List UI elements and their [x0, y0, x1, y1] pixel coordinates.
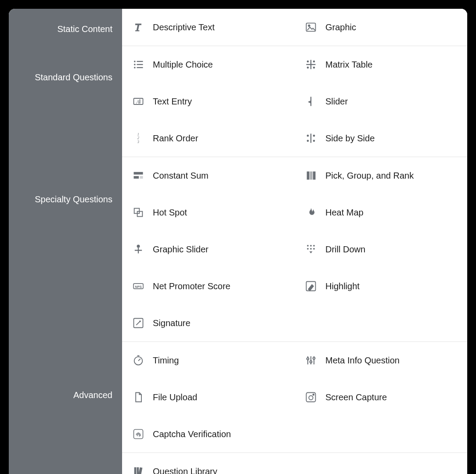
- option-text-entry[interactable]: A Text Entry: [122, 83, 295, 120]
- option-screen-capture[interactable]: Screen Capture: [295, 379, 467, 416]
- option-label: Pick, Group, and Rank: [325, 171, 414, 181]
- svg-point-50: [313, 357, 315, 359]
- option-graphic[interactable]: Graphic: [295, 9, 467, 46]
- option-heat-map[interactable]: Heat Map: [295, 194, 467, 231]
- option-label: Timing: [153, 356, 179, 366]
- option-grid: Descriptive Text Graphic Multiple Choice: [122, 9, 467, 474]
- section-static-content: Descriptive Text Graphic: [122, 9, 467, 46]
- image-icon: [304, 21, 317, 34]
- option-graphic-slider[interactable]: Graphic Slider: [122, 231, 295, 268]
- option-timing[interactable]: Timing: [122, 342, 295, 379]
- option-matrix-table[interactable]: Matrix Table: [295, 46, 467, 83]
- option-question-library[interactable]: Question Library: [122, 453, 295, 474]
- option-label: Hot Spot: [153, 208, 187, 218]
- svg-point-37: [307, 245, 309, 247]
- svg-rect-32: [134, 208, 140, 214]
- svg-rect-27: [134, 176, 139, 179]
- list-icon: [132, 58, 145, 71]
- section-replace-from-library: Question Library: [122, 453, 467, 474]
- option-file-upload[interactable]: File Upload: [122, 379, 295, 416]
- camera-icon: [304, 391, 317, 404]
- svg-point-3: [134, 64, 136, 65]
- svg-point-1: [308, 25, 310, 27]
- flame-icon: [304, 206, 317, 219]
- svg-rect-6: [137, 64, 143, 65]
- option-label: Highlight: [325, 281, 360, 291]
- svg-rect-13: [307, 64, 316, 65]
- svg-point-21: [307, 135, 309, 137]
- category-advanced: Advanced: [9, 378, 122, 474]
- svg-point-42: [313, 248, 315, 250]
- option-signature[interactable]: Signature: [122, 305, 295, 341]
- option-label: Graphic Slider: [153, 244, 209, 255]
- category-standard-questions: Standard Questions: [9, 61, 122, 183]
- svg-text:A: A: [136, 99, 140, 105]
- option-rank-order[interactable]: 123 Rank Order: [122, 120, 295, 157]
- option-label: Multiple Choice: [153, 60, 213, 70]
- svg-point-11: [313, 67, 315, 69]
- option-label: Captcha Verification: [153, 429, 231, 439]
- text-entry-icon: A: [132, 95, 145, 108]
- fingerprint-icon: [132, 427, 145, 441]
- option-captcha[interactable]: Captcha Verification: [122, 416, 295, 452]
- option-pick-group-rank[interactable]: Pick, Group, and Rank: [295, 157, 467, 194]
- svg-rect-29: [307, 172, 310, 180]
- svg-point-48: [307, 358, 309, 360]
- option-label: File Upload: [153, 392, 197, 402]
- option-label: Slider: [325, 97, 348, 107]
- svg-point-52: [309, 396, 313, 400]
- svg-point-8: [307, 61, 309, 63]
- option-label: Screen Capture: [325, 392, 387, 402]
- section-specialty-questions: Constant Sum Pick, Group, and Rank Hot S…: [122, 157, 467, 342]
- option-label: Drill Down: [325, 244, 365, 255]
- svg-rect-31: [313, 172, 316, 180]
- category-sidebar: Static Content Standard Questions Specia…: [9, 9, 122, 474]
- hot-spot-icon: [132, 206, 145, 219]
- sliders-icon: [304, 354, 317, 367]
- matrix-icon: [304, 58, 317, 71]
- svg-rect-55: [134, 467, 137, 474]
- svg-rect-5: [137, 61, 143, 62]
- nps-icon: NPS: [132, 280, 145, 293]
- library-icon: [132, 465, 145, 474]
- descriptive-text-icon: [132, 21, 145, 34]
- option-side-by-side[interactable]: Side by Side: [295, 120, 467, 157]
- svg-point-2: [134, 61, 136, 62]
- svg-text:NPS: NPS: [135, 285, 142, 289]
- option-drill-down[interactable]: Drill Down: [295, 231, 467, 268]
- svg-rect-7: [137, 67, 143, 68]
- svg-point-38: [310, 245, 312, 247]
- svg-point-24: [313, 135, 315, 137]
- option-nps[interactable]: NPS Net Promoter Score: [122, 268, 295, 305]
- option-descriptive-text[interactable]: Descriptive Text: [122, 9, 295, 46]
- svg-rect-36: [135, 250, 142, 251]
- category-static-content: Static Content: [9, 12, 122, 61]
- option-slider[interactable]: Slider: [295, 83, 467, 120]
- svg-text:3: 3: [137, 140, 139, 144]
- option-multiple-choice[interactable]: Multiple Choice: [122, 46, 295, 83]
- svg-point-4: [134, 67, 136, 68]
- svg-point-9: [313, 61, 315, 63]
- option-meta-info[interactable]: Meta Info Question: [295, 342, 467, 379]
- drill-down-icon: [304, 243, 317, 256]
- file-icon: [132, 391, 145, 404]
- option-hot-spot[interactable]: Hot Spot: [122, 194, 295, 231]
- option-label: Constant Sum: [153, 171, 209, 181]
- option-highlight[interactable]: Highlight: [295, 268, 467, 305]
- option-label: Descriptive Text: [153, 22, 215, 32]
- columns-icon: [304, 169, 317, 182]
- constant-sum-icon: [132, 169, 145, 182]
- option-label: Rank Order: [153, 133, 198, 144]
- svg-rect-30: [310, 172, 313, 180]
- option-label: Graphic: [325, 22, 356, 32]
- svg-rect-23: [310, 134, 311, 143]
- side-by-side-icon: [304, 132, 317, 145]
- signature-icon: [132, 316, 145, 330]
- rank-order-icon: 123: [132, 132, 145, 145]
- question-type-picker: Static Content Standard Questions Specia…: [9, 9, 467, 474]
- slider-icon: [304, 95, 317, 108]
- svg-rect-26: [134, 172, 143, 175]
- option-label: Heat Map: [325, 208, 364, 218]
- option-constant-sum[interactable]: Constant Sum: [122, 157, 295, 194]
- section-advanced: Timing Meta Info Question File Upload: [122, 342, 467, 453]
